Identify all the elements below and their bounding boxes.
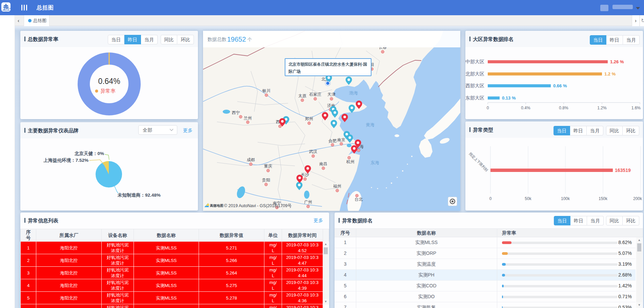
svg-text:台北: 台北 [355,197,363,202]
svg-text:南京: 南京 [337,137,345,142]
svg-text:异常率: 异常率 [100,88,116,94]
svg-text:1.6%: 1.6% [631,106,641,110]
svg-text:数据总数: 数据总数 [207,37,226,42]
svg-text:杭州: 杭州 [346,159,355,164]
svg-text:© 2019 AutoNavi - GS(2018)1709: © 2019 AutoNavi - GS(2018)1709号 [224,203,292,208]
svg-text:渤海: 渤海 [349,90,358,95]
svg-text:高德地图: 高德地图 [210,204,223,207]
svg-text:163519: 163519 [615,168,631,173]
svg-text:0.66 %: 0.66 % [553,83,567,88]
svg-text:石家庄: 石家庄 [309,92,321,97]
svg-text:西宁: 西宁 [232,110,240,115]
svg-text:0.8%: 0.8% [559,106,568,110]
svg-text:50k: 50k [525,196,531,201]
svg-text:1.2 %: 1.2 % [604,71,616,76]
svg-text:西部大区: 西部大区 [465,83,484,88]
svg-text:中部大区: 中部大区 [465,59,484,64]
svg-text:0.4%: 0.4% [521,106,530,110]
svg-text:兰州: 兰州 [244,116,252,120]
svg-text:合肥: 合肥 [328,138,337,143]
svg-text:广州: 广州 [304,200,312,204]
svg-text:1.2%: 1.2% [597,106,607,110]
svg-text:黄海: 黄海 [366,122,375,127]
svg-text:武汉: 武汉 [309,149,317,154]
svg-text:上海益伦环境：7.52%: 上海益伦环境：7.52% [43,158,88,163]
svg-text:福州: 福州 [333,184,341,189]
svg-text:南昌: 南昌 [319,161,327,166]
svg-text:19652: 19652 [227,36,246,43]
svg-text:指定上下限判别: 指定上下限判别 [468,152,489,172]
svg-text:贵阳: 贵阳 [262,178,270,182]
svg-text:重庆: 重庆 [264,164,272,169]
svg-text:150k: 150k [599,196,608,201]
svg-text:北部大区: 北部大区 [465,71,484,76]
svg-text:成都: 成都 [247,157,255,162]
svg-text:个: 个 [247,37,252,42]
svg-text:200k: 200k [633,196,642,201]
svg-text:未知制造商：92.48%: 未知制造商：92.48% [117,193,161,198]
svg-text:太原: 太原 [298,93,306,98]
svg-text:0: 0 [487,106,489,110]
svg-text:0: 0 [489,196,492,201]
svg-text:1.26 %: 1.26 % [610,59,624,64]
svg-text:北京天健：0%: 北京天健：0% [74,151,104,156]
svg-text:郑州: 郑州 [305,116,313,121]
svg-text:天津: 天津 [327,92,336,97]
svg-text:东部大区: 东部大区 [465,95,484,101]
svg-text:0.64%: 0.64% [98,77,120,86]
svg-text:银川: 银川 [262,88,270,93]
svg-text:100k: 100k [561,196,570,201]
svg-text:东海: 东海 [370,160,379,165]
svg-text:0.13 %: 0.13 % [502,95,516,101]
